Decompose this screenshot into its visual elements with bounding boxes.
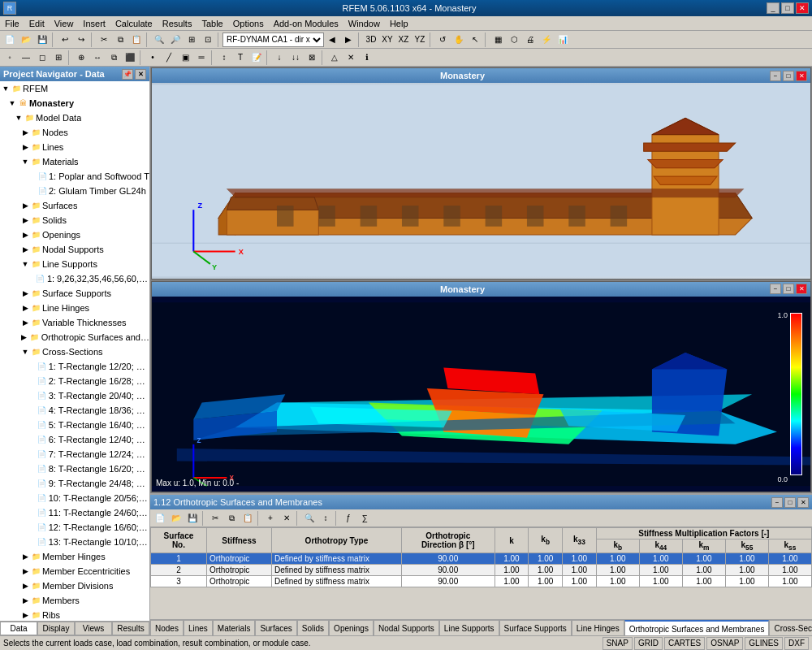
- tree-root-rfem[interactable]: ▼ 📁 RFEM: [0, 81, 149, 96]
- vp-top-max[interactable]: □: [783, 71, 794, 81]
- tb-results[interactable]: 📊: [555, 32, 571, 48]
- tb-zoom-in[interactable]: 🔍: [151, 32, 167, 48]
- table-row[interactable]: 2 Orthotropic Defined by stiffness matri…: [151, 565, 812, 576]
- expand-materials-icon[interactable]: ▼: [21, 155, 29, 168]
- menu-view[interactable]: View: [50, 16, 79, 31]
- menu-addon[interactable]: Add-on Modules: [269, 16, 343, 31]
- tab-nodes[interactable]: Nodes: [150, 620, 184, 635]
- tb2-dimension[interactable]: ↕: [216, 50, 232, 66]
- tab-nodal-supports[interactable]: Nodal Supports: [374, 620, 439, 635]
- tree-surfaces[interactable]: ▶ 📁 Surfaces: [0, 198, 149, 213]
- tb-zoom-all[interactable]: ⊞: [184, 32, 200, 48]
- tree-nodal-supports[interactable]: ▶ 📁 Nodal Supports: [0, 242, 149, 257]
- tree-ortho[interactable]: ▶ 📁 Orthotropic Surfaces and Me: [0, 330, 149, 344]
- tree-cs-8[interactable]: 📄8: T-Rectangle 16/20; Glu: [0, 462, 149, 476]
- menu-file[interactable]: File: [0, 16, 24, 31]
- dt-sort[interactable]: ↕: [317, 510, 334, 526]
- tree-cross-sections[interactable]: ▼ 📁 Cross-Sections: [0, 344, 149, 359]
- tab-ortho-surfaces[interactable]: Orthotropic Surfaces and Membranes: [624, 620, 770, 635]
- menu-window[interactable]: Window: [343, 16, 385, 31]
- tb2-select-surfaces[interactable]: ◻: [34, 50, 50, 66]
- tree-line-sup-1[interactable]: 📄 1: 9,26,32,35,46,56,60,64,7: [0, 271, 149, 286]
- status-glines[interactable]: GLINES: [745, 637, 783, 650]
- tb-pan[interactable]: ✋: [451, 32, 467, 48]
- tree-cs-9[interactable]: 📄9: T-Rectangle 24/48; Glu: [0, 476, 149, 491]
- expand-surface-supports-icon[interactable]: ▶: [21, 287, 29, 300]
- status-osnap[interactable]: OSNAP: [706, 637, 743, 650]
- expand-monastery-icon[interactable]: ▼: [8, 97, 16, 110]
- expand-solids-icon[interactable]: ▶: [21, 214, 29, 227]
- table-row[interactable]: 3 Orthotropic Defined by stiffness matri…: [151, 576, 812, 587]
- tb2-select-lines[interactable]: —: [18, 50, 34, 66]
- data-table-container[interactable]: SurfaceNo. Stiffness Orthotropy Type Ort…: [150, 527, 812, 621]
- tree-cs-5[interactable]: 📄5: T-Rectangle 16/40; Glu: [0, 418, 149, 432]
- tb2-annotation[interactable]: 📝: [248, 50, 265, 66]
- tree-ribs[interactable]: ▶ 📁 Ribs: [0, 608, 149, 621]
- expand-modeldata-icon[interactable]: ▼: [15, 111, 23, 124]
- tab-openings[interactable]: Openings: [329, 620, 374, 635]
- menu-calculate[interactable]: Calculate: [110, 16, 158, 31]
- tab-solids[interactable]: Solids: [297, 620, 329, 635]
- expand-members-icon[interactable]: ▶: [21, 594, 29, 607]
- tree-cs-10[interactable]: 📄10: T-Rectangle 20/56; Gl: [0, 491, 149, 505]
- tab-surface-supports[interactable]: Surface Supports: [499, 620, 572, 635]
- tb2-select-all[interactable]: ⊞: [50, 50, 67, 66]
- panel-pin[interactable]: 📌: [122, 69, 133, 80]
- tb-redo[interactable]: ↪: [73, 32, 89, 48]
- tb-cut[interactable]: ✂: [96, 32, 112, 48]
- dt-new[interactable]: 📄: [152, 510, 168, 526]
- tab-surfaces[interactable]: Surfaces: [255, 620, 296, 635]
- menu-table[interactable]: Table: [197, 16, 227, 31]
- panel-tab-results[interactable]: Results: [112, 622, 149, 635]
- tb2-mirror[interactable]: ⬛: [122, 50, 138, 66]
- tb2-coord[interactable]: ⊕: [73, 50, 89, 66]
- tree-line-supports[interactable]: ▼ 📁 Line Supports: [0, 257, 149, 271]
- tb-render[interactable]: ▦: [490, 32, 506, 48]
- tb-print[interactable]: 🖨: [522, 32, 538, 48]
- panel-tab-views[interactable]: Views: [75, 622, 112, 635]
- menu-insert[interactable]: Insert: [78, 16, 110, 31]
- tb-zoom-window[interactable]: ⊡: [200, 32, 216, 48]
- expand-line-hinges-icon[interactable]: ▶: [21, 301, 29, 314]
- minimize-button[interactable]: _: [767, 2, 780, 14]
- dt-formula[interactable]: ƒ: [340, 510, 356, 526]
- status-snap[interactable]: SNAP: [603, 637, 633, 650]
- panel-tab-display[interactable]: Display: [37, 622, 75, 635]
- tb-prev[interactable]: ◀: [324, 32, 340, 48]
- expand-mdiv-icon[interactable]: ▶: [21, 579, 29, 592]
- dt-filter[interactable]: 🔍: [301, 510, 317, 526]
- expand-openings-icon[interactable]: ▶: [21, 228, 29, 241]
- tb-undo[interactable]: ↩: [57, 32, 73, 48]
- tree-materials[interactable]: ▼ 📁 Materials: [0, 154, 149, 169]
- tree-mat-1[interactable]: 📄 1: Poplar and Softwood T: [0, 169, 149, 184]
- status-cartes[interactable]: CARTES: [664, 637, 705, 650]
- tb-copy[interactable]: ⧉: [112, 32, 128, 48]
- tree-cs-7[interactable]: 📄7: T-Rectangle 12/24; Glu: [0, 447, 149, 462]
- dt-save[interactable]: 💾: [184, 510, 201, 526]
- close-button[interactable]: ✕: [796, 2, 809, 14]
- vp-top-close[interactable]: ✕: [796, 71, 807, 81]
- expand-rfem-icon[interactable]: ▼: [2, 82, 10, 95]
- tb-open[interactable]: 📂: [18, 32, 34, 48]
- tree-var-thick[interactable]: ▶ 📁 Variable Thicknesses: [0, 315, 149, 330]
- tree-cs-3[interactable]: 📄3: T-Rectangle 20/40; Glu: [0, 388, 149, 403]
- expand-lines-icon[interactable]: ▶: [21, 141, 29, 154]
- vp-bottom-close[interactable]: ✕: [796, 284, 807, 294]
- expand-surfaces-icon[interactable]: ▶: [21, 199, 29, 212]
- dt-cut[interactable]: ✂: [207, 510, 223, 526]
- expand-line-supports-icon[interactable]: ▼: [21, 258, 29, 271]
- tab-line-supports[interactable]: Line Supports: [439, 620, 499, 635]
- tb2-delete[interactable]: ✕: [343, 50, 359, 66]
- tb-next[interactable]: ▶: [340, 32, 356, 48]
- expand-nodal-supports-icon[interactable]: ▶: [21, 243, 29, 256]
- tb2-copy2[interactable]: ⧉: [106, 50, 122, 66]
- tb-select[interactable]: ↖: [467, 32, 483, 48]
- tb2-load-line[interactable]: ↓↓: [287, 50, 304, 66]
- tree-cs-2[interactable]: 📄2: T-Rectangle 16/28; Glu: [0, 374, 149, 388]
- tb-new[interactable]: 📄: [2, 32, 18, 48]
- tree-member-eccentricities[interactable]: ▶ 📁 Member Eccentricities: [0, 564, 149, 578]
- tb-save[interactable]: 💾: [34, 32, 50, 48]
- expand-nodes-icon[interactable]: ▶: [21, 126, 29, 139]
- tb2-select-nodes[interactable]: ◦: [2, 50, 18, 66]
- tree-surface-supports[interactable]: ▶ 📁 Surface Supports: [0, 286, 149, 301]
